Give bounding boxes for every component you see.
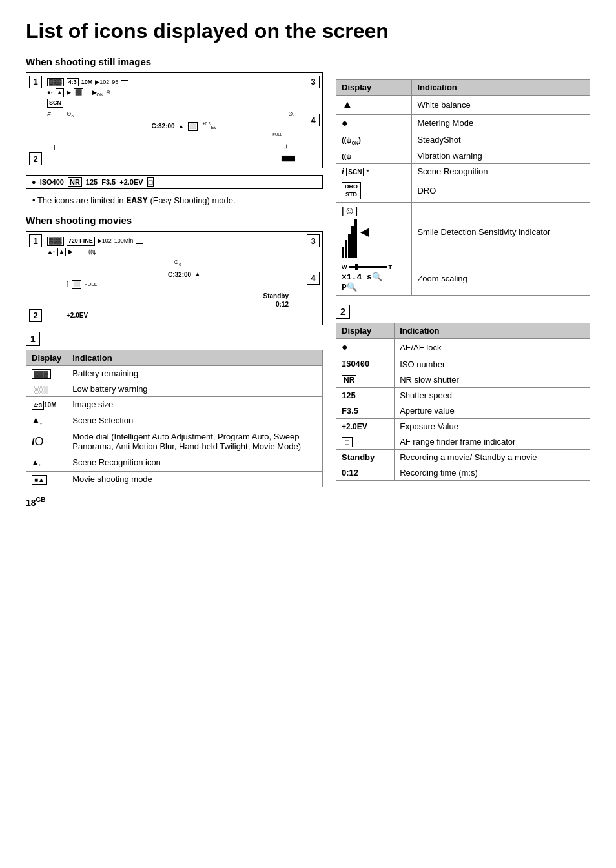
table2-indication-header: Indication: [395, 323, 590, 339]
table-row: +2.0EV Exposure Value: [336, 419, 590, 434]
iso-indication: ISO number: [395, 356, 590, 372]
nr-indication: NR slow shutter: [395, 372, 590, 388]
table-1: Display Indication ▓▓▓ Battery remaining…: [26, 350, 323, 487]
table-2: Display Indication ● AE/AF lock ISO400 I…: [336, 323, 590, 481]
aeaf-display: ●: [336, 339, 395, 356]
movie-camera-content: ▓▓▓ 720 FINE ▶102 100Min ▲◦ ▲ ▶ ((ψ ⊙0 C…: [47, 237, 302, 319]
label-3-still: 3: [307, 76, 320, 88]
table-row: □ AF range finder frame indicator: [336, 434, 590, 450]
ev-display: +2.0EV: [336, 419, 395, 434]
table-row: W T ×1.4 s🔍 P🔍 Zoom scaling: [336, 261, 590, 296]
table-row: ■▲ Movie shooting mode: [26, 471, 323, 487]
section-2-label: 2: [336, 305, 590, 323]
image-size-display: 4:310M: [26, 396, 67, 412]
movie-mode-display: ■▲: [26, 471, 67, 487]
movie-mode-indication: Movie shooting mode: [67, 471, 323, 487]
vibration-indication: Vibration warning: [412, 148, 590, 163]
table-row: Standby Recording a movie/ Standby a mov…: [336, 450, 590, 465]
nr-display: NR: [336, 372, 395, 388]
mode-dial-indication: Mode dial (Intelligent Auto Adjustment, …: [67, 429, 323, 454]
scene-recog-indication: Scene Recognition: [412, 163, 590, 179]
white-balance-indication: White balance: [412, 95, 590, 114]
table-row: ▲◦ Scene Recognition icon: [26, 454, 323, 471]
still-bottom-bar: ● ISO400 NR 125 F3.5 +2.0EV □: [26, 175, 323, 189]
af-frame-display: □: [336, 434, 395, 450]
zoom-indication: Zoom scaling: [412, 261, 590, 296]
table-row: ▓▓▓ Battery remaining: [26, 365, 323, 381]
scene-recog-display: i SCN ⁺: [336, 163, 412, 179]
scene-recog-icon-display: ▲◦: [26, 454, 67, 471]
movies-heading: When shooting movies: [26, 215, 323, 226]
dro-display: DROSTD: [336, 179, 412, 202]
still-camera-diagram: 1 3 2 4 ▓▓▓ 4:3 10M ▶102 95 ●◦ ▲ ▶ ⬛: [26, 72, 323, 168]
right-indication-header: Indication: [412, 79, 590, 95]
aperture-display: F3.5: [336, 403, 395, 419]
battery-low-indication: Low battery warning: [67, 381, 323, 396]
dro-indication: DRO: [412, 179, 590, 202]
page-number: 18GB: [26, 496, 323, 508]
standby-indication: Recording a movie/ Standby a movie: [395, 450, 590, 465]
label-1-still: 1: [29, 76, 42, 88]
label-4-still: 4: [307, 114, 320, 126]
table-row: 0:12 Recording time (m:s): [336, 465, 590, 481]
battery-display: ▓▓▓: [26, 365, 67, 381]
white-balance-display: ▲: [336, 95, 412, 114]
battery-indication: Battery remaining: [67, 365, 323, 381]
af-frame-indication: AF range finder frame indicator: [395, 434, 590, 450]
movie-camera-diagram: 1 3 2 4 ▓▓▓ 720 FINE ▶102 100Min ▲◦ ▲ ▶ …: [26, 231, 323, 325]
table-row: ▲ White balance: [336, 95, 590, 114]
label-4-movie: 4: [307, 272, 320, 285]
vibration-display: ((ψ: [336, 148, 412, 163]
label-1-movie: 1: [29, 234, 42, 247]
aperture-indication: Aperture value: [395, 403, 590, 419]
table1-display-header: Display: [26, 350, 67, 365]
table-row: [☺] ◀ Sm: [336, 203, 590, 261]
table-row: 4:310M Image size: [26, 396, 323, 412]
left-column: When shooting still images 1 3 2 4 ▓▓▓ 4…: [26, 56, 323, 507]
table-row: DROSTD DRO: [336, 179, 590, 202]
table-row: NR NR slow shutter: [336, 372, 590, 388]
table-row: ISO400 ISO number: [336, 356, 590, 372]
shutter-display: 125: [336, 388, 395, 403]
section-1-label: 1: [26, 332, 323, 350]
label-3-movie: 3: [307, 234, 320, 247]
still-camera-content: ▓▓▓ 4:3 10M ▶102 95 ●◦ ▲ ▶ ⬛ ▶ON ⊕ SCN: [47, 78, 302, 163]
right-column: Display Indication ▲ White balance ● Met…: [336, 56, 590, 507]
scene-recog-icon-indication: Scene Recognition icon: [67, 454, 323, 471]
scene-sel-indication: Scene Selection: [67, 412, 323, 429]
shutter-indication: Shutter speed: [395, 388, 590, 403]
label-2-movie: 2: [29, 309, 42, 322]
table-row: iО Mode dial (Intelligent Auto Adjustmen…: [26, 429, 323, 454]
right-display-header: Display: [336, 79, 412, 95]
table-row: ● Metering Mode: [336, 114, 590, 132]
table-row: ● AE/AF lock: [336, 339, 590, 356]
image-size-indication: Image size: [67, 396, 323, 412]
aeaf-indication: AE/AF lock: [395, 339, 590, 356]
note-text: • The icons are limited in EASY (Easy Sh…: [32, 196, 323, 206]
table-row: ((ψON) SteadyShot: [336, 132, 590, 148]
mode-dial-display: iО: [26, 429, 67, 454]
metering-indication: Metering Mode: [412, 114, 590, 132]
steadyshot-indication: SteadyShot: [412, 132, 590, 148]
smile-display: [☺] ◀: [336, 203, 412, 261]
iso-display: ISO400: [336, 356, 395, 372]
table1-indication-header: Indication: [67, 350, 323, 365]
table-row: i SCN ⁺ Scene Recognition: [336, 163, 590, 179]
table-row: 125 Shutter speed: [336, 388, 590, 403]
standby-display: Standby: [336, 450, 395, 465]
rec-time-indication: Recording time (m:s): [395, 465, 590, 481]
table2-display-header: Display: [336, 323, 395, 339]
table-row: ░░░ Low battery warning: [26, 381, 323, 396]
still-images-heading: When shooting still images: [26, 56, 323, 67]
table-row: ▲◦ Scene Selection: [26, 412, 323, 429]
scene-sel-display: ▲◦: [26, 412, 67, 429]
battery-low-display: ░░░: [26, 381, 67, 396]
page-title: List of icons displayed on the screen: [26, 19, 590, 43]
steadyshot-display: ((ψON): [336, 132, 412, 148]
smile-indication: Smile Detection Sensitivity indicator: [412, 203, 590, 261]
ev-indication: Exposure Value: [395, 419, 590, 434]
rec-time-display: 0:12: [336, 465, 395, 481]
zoom-display: W T ×1.4 s🔍 P🔍: [336, 261, 412, 296]
table-row: ((ψ Vibration warning: [336, 148, 590, 163]
table-row: F3.5 Aperture value: [336, 403, 590, 419]
